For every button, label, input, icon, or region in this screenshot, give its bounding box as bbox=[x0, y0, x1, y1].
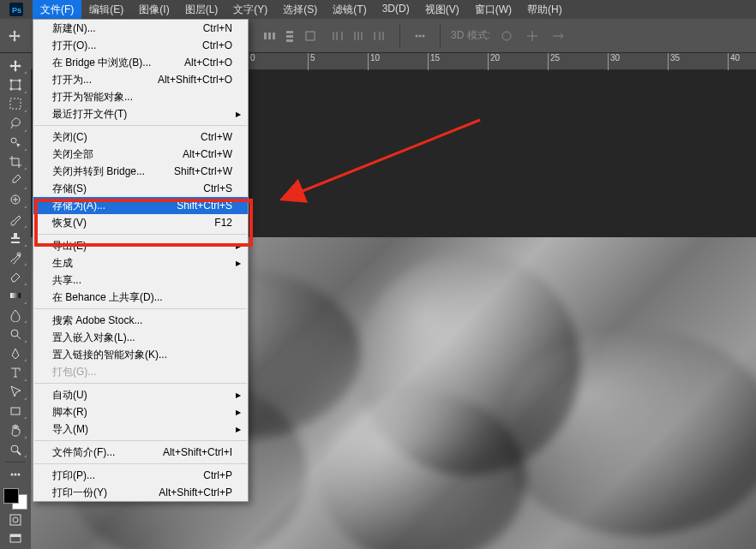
menu-item[interactable]: 置入链接的智能对象(K)... bbox=[33, 346, 248, 363]
edit-toolbar-icon[interactable] bbox=[3, 465, 27, 483]
color-swatches[interactable] bbox=[3, 487, 28, 510]
spot-heal-tool[interactable] bbox=[3, 191, 27, 209]
history-brush-tool[interactable] bbox=[3, 248, 27, 266]
zoom-tool[interactable] bbox=[3, 440, 27, 458]
menu-item-label: 置入嵌入对象(L)... bbox=[52, 331, 232, 345]
quick-mask-icon[interactable] bbox=[3, 510, 27, 528]
distribute-right-icon[interactable] bbox=[369, 27, 388, 45]
svg-point-26 bbox=[13, 517, 18, 522]
eyedropper-tool[interactable] bbox=[3, 171, 27, 189]
crop-tool[interactable] bbox=[3, 152, 27, 170]
menu-item: 打包(G)... bbox=[33, 363, 248, 380]
menu-item[interactable]: 关闭全部Alt+Ctrl+W bbox=[33, 146, 248, 163]
menu-item-shortcut: Shift+Ctrl+W bbox=[174, 165, 232, 177]
menu-item[interactable]: 搜索 Adobe Stock... bbox=[33, 312, 248, 329]
menu-item-shortcut: Ctrl+W bbox=[201, 131, 232, 143]
stamp-tool[interactable] bbox=[3, 230, 27, 248]
hand-tool[interactable] bbox=[3, 421, 27, 439]
menu-item[interactable]: 文件简介(F)...Alt+Shift+Ctrl+I bbox=[33, 444, 248, 461]
screen-mode-icon[interactable] bbox=[3, 530, 27, 548]
menu-item[interactable]: 新建(N)...Ctrl+N bbox=[33, 20, 248, 37]
menu-item[interactable]: 最近打开文件(T) bbox=[33, 105, 248, 122]
menu-item[interactable]: 存储为(A)...Shift+Ctrl+S bbox=[33, 197, 248, 214]
marquee-tool[interactable] bbox=[3, 95, 27, 113]
menu-item[interactable]: 打开为智能对象... bbox=[33, 88, 248, 105]
menu-item-shortcut: F12 bbox=[214, 217, 232, 229]
menu-item[interactable]: 视图(V) bbox=[417, 0, 467, 20]
foreground-swatch[interactable] bbox=[3, 488, 19, 504]
menu-item[interactable]: 3D(D) bbox=[375, 0, 417, 20]
svg-point-10 bbox=[419, 34, 422, 37]
svg-point-12 bbox=[502, 32, 511, 40]
svg-rect-4 bbox=[273, 33, 275, 39]
menu-item-shortcut: Ctrl+S bbox=[203, 182, 232, 194]
menu-item[interactable]: 打印(P)...Ctrl+P bbox=[33, 467, 248, 484]
eraser-tool[interactable] bbox=[3, 267, 27, 285]
more-options-icon[interactable] bbox=[411, 27, 429, 45]
svg-rect-7 bbox=[286, 39, 293, 42]
distribute-h-icon[interactable] bbox=[260, 27, 279, 45]
menu-item[interactable]: 选择(S) bbox=[275, 0, 325, 20]
distribute-icon[interactable] bbox=[301, 27, 320, 45]
dodge-tool[interactable] bbox=[3, 325, 27, 343]
menu-item[interactable]: 恢复(V)F12 bbox=[33, 214, 248, 231]
menu-item[interactable]: 在 Bridge 中浏览(B)...Alt+Ctrl+O bbox=[33, 54, 248, 71]
gradient-tool[interactable] bbox=[3, 287, 27, 305]
svg-point-19 bbox=[11, 330, 18, 337]
menu-item-label: 在 Behance 上共享(D)... bbox=[52, 290, 232, 305]
svg-point-9 bbox=[416, 34, 418, 37]
lasso-tool[interactable] bbox=[3, 114, 27, 132]
menu-item[interactable]: 滤镜(T) bbox=[325, 0, 374, 20]
menu-item-label: 新建(N)... bbox=[52, 21, 203, 36]
rectangle-tool[interactable] bbox=[3, 402, 27, 420]
menu-item[interactable]: 打开为...Alt+Shift+Ctrl+O bbox=[33, 71, 248, 88]
menu-item[interactable]: 打开(O)...Ctrl+O bbox=[33, 37, 248, 54]
menu-item[interactable]: 图层(L) bbox=[177, 0, 226, 20]
blur-tool[interactable] bbox=[3, 306, 27, 324]
pen-tool[interactable] bbox=[3, 344, 27, 362]
menu-item-label: 最近打开文件(T) bbox=[52, 107, 232, 122]
distribute-left-icon[interactable] bbox=[328, 27, 347, 45]
distribute-center-icon[interactable] bbox=[349, 27, 368, 45]
move-tool[interactable] bbox=[3, 57, 27, 75]
menu-item-label: 恢复(V) bbox=[52, 216, 214, 230]
menu-item[interactable]: 自动(U) bbox=[33, 386, 248, 403]
menu-item-label: 脚本(R) bbox=[52, 405, 232, 420]
menu-separator bbox=[34, 234, 247, 235]
quick-select-tool[interactable] bbox=[3, 134, 27, 152]
artboard-tool[interactable] bbox=[3, 75, 27, 93]
type-tool[interactable] bbox=[3, 363, 27, 381]
menu-item[interactable]: 图像(I) bbox=[131, 0, 177, 20]
svg-point-15 bbox=[11, 138, 16, 143]
menu-item[interactable]: 关闭(C)Ctrl+W bbox=[33, 128, 248, 146]
menu-item[interactable]: 窗口(W) bbox=[467, 0, 519, 20]
menu-item[interactable]: 生成 bbox=[33, 254, 248, 272]
svg-point-24 bbox=[18, 473, 21, 475]
menu-item[interactable]: 文字(Y) bbox=[225, 0, 275, 20]
distribute-v-icon[interactable] bbox=[280, 27, 299, 45]
menu-item-shortcut: Ctrl+O bbox=[202, 39, 232, 51]
menu-item[interactable]: 脚本(R) bbox=[33, 403, 248, 421]
menu-item-label: 共享... bbox=[52, 273, 232, 288]
menu-item-shortcut: Alt+Shift+Ctrl+P bbox=[159, 486, 232, 498]
menu-item[interactable]: 打印一份(Y)Alt+Shift+Ctrl+P bbox=[33, 484, 248, 501]
menu-item[interactable]: 帮助(H) bbox=[519, 0, 570, 20]
separator bbox=[5, 462, 26, 462]
menu-item[interactable]: 文件(F) bbox=[33, 0, 81, 20]
3d-pan-icon[interactable] bbox=[523, 27, 542, 45]
path-select-tool[interactable] bbox=[3, 383, 27, 401]
menu-separator bbox=[34, 125, 247, 126]
menu-item[interactable]: 在 Behance 上共享(D)... bbox=[33, 289, 248, 306]
3d-orbit-icon[interactable] bbox=[497, 27, 516, 45]
menu-item[interactable]: 存储(S)Ctrl+S bbox=[33, 180, 248, 197]
menu-item[interactable]: 导入(M) bbox=[33, 421, 248, 438]
3d-slide-icon[interactable] bbox=[549, 27, 567, 45]
menu-item[interactable]: 关闭并转到 Bridge...Shift+Ctrl+W bbox=[33, 163, 248, 180]
menu-item[interactable]: 置入嵌入对象(L)... bbox=[33, 329, 248, 346]
menu-item[interactable]: 导出(E) bbox=[33, 237, 248, 254]
menu-item-label: 搜索 Adobe Stock... bbox=[52, 313, 232, 328]
menu-item[interactable]: 编辑(E) bbox=[81, 0, 131, 20]
menu-item[interactable]: 共享... bbox=[33, 272, 248, 289]
brush-tool[interactable] bbox=[3, 210, 27, 228]
menu-item-label: 生成 bbox=[52, 256, 232, 271]
